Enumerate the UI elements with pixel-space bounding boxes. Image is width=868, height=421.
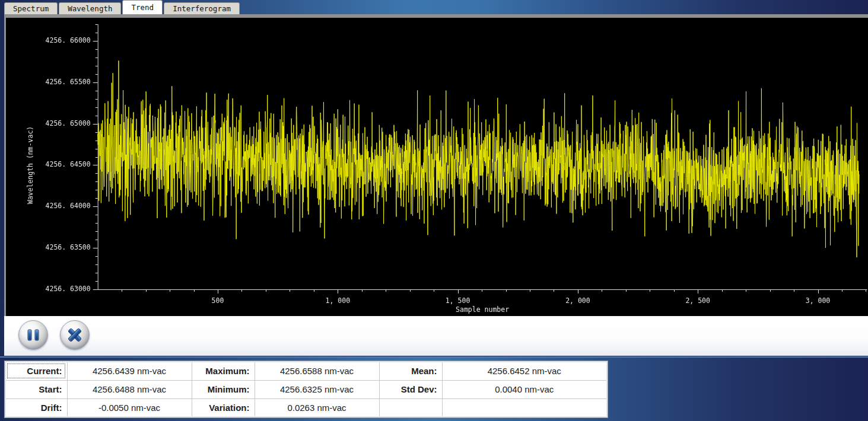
current-label-cell[interactable]: Current:	[5, 362, 67, 380]
variation-value-cell: 0.0263 nm-vac	[255, 398, 379, 417]
stop-x-icon	[66, 327, 83, 343]
pause-button[interactable]	[18, 320, 48, 350]
stop-button[interactable]	[60, 320, 90, 350]
variation-label-cell[interactable]: Variation:	[192, 398, 255, 417]
start-label-cell[interactable]: Start:	[5, 380, 67, 398]
drift-label-cell[interactable]: Drift:	[5, 398, 67, 417]
empty-value-cell	[442, 398, 607, 417]
tab-interferogram[interactable]: Interferogram	[164, 2, 240, 14]
tab-spectrum[interactable]: Spectrum	[4, 2, 58, 14]
tab-bar: Spectrum Wavelength Trend Interferogram	[4, 0, 241, 14]
start-value-cell: 4256.6488 nm-vac	[67, 380, 192, 398]
maximum-value-cell: 4256.6588 nm-vac	[255, 362, 379, 380]
mean-value-cell: 4256.6452 nm-vac	[442, 362, 607, 380]
tab-wavelength[interactable]: Wavelength	[59, 2, 121, 14]
statistics-section: Current: 4256.6439 nm-vac Maximum: 4256.…	[0, 356, 868, 421]
current-value-cell: 4256.6439 nm-vac	[67, 362, 192, 380]
maximum-label-cell[interactable]: Maximum:	[192, 362, 255, 380]
empty-label-cell	[379, 398, 442, 417]
minimum-value-cell: 4256.6325 nm-vac	[255, 380, 379, 398]
table-row: Start: 4256.6488 nm-vac Minimum: 4256.63…	[5, 380, 607, 398]
table-row: Drift: -0.0050 nm-vac Variation: 0.0263 …	[5, 398, 607, 417]
tab-trend[interactable]: Trend	[122, 0, 163, 14]
minimum-label-cell[interactable]: Minimum:	[192, 380, 255, 398]
statistics-table: Current: 4256.6439 nm-vac Maximum: 4256.…	[5, 361, 608, 417]
stddev-label-cell[interactable]: Std Dev:	[379, 380, 442, 398]
trend-chart	[6, 18, 868, 316]
trend-chart-panel	[4, 14, 868, 316]
wavelength-meter-window: Spectrum Wavelength Trend Interferogram …	[0, 0, 868, 421]
table-row: Current: 4256.6439 nm-vac Maximum: 4256.…	[5, 362, 607, 380]
stddev-value-cell: 0.0040 nm-vac	[442, 380, 607, 398]
drift-value-cell: -0.0050 nm-vac	[67, 398, 192, 417]
control-bar	[4, 316, 868, 356]
mean-label-cell[interactable]: Mean:	[379, 362, 442, 380]
pause-icon	[28, 330, 39, 341]
